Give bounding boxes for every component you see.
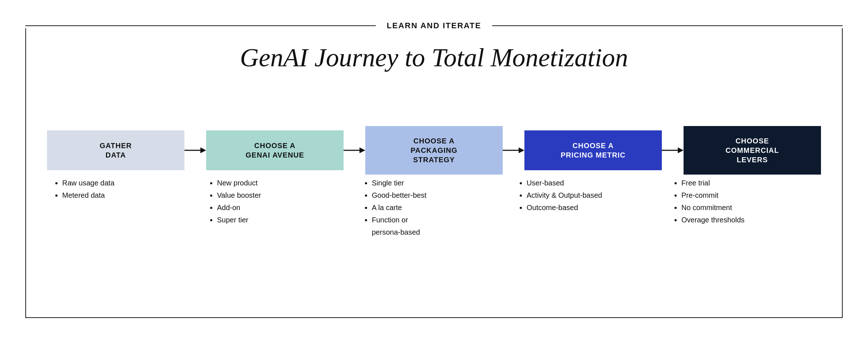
bullets-gather-data: Raw usage data Metered data — [47, 177, 202, 238]
step-packaging: CHOOSE APACKAGINGSTRATEGY — [365, 126, 503, 175]
step-box-gather-data: GATHERDATA — [47, 130, 184, 170]
step-gather-data: GATHERDATA — [47, 130, 184, 170]
step-label-gather-data: GATHERDATA — [100, 141, 132, 160]
bullet-super-tier: Super tier — [217, 214, 353, 226]
main-container: LEARN AND ITERATE GenAI Journey to Total… — [25, 21, 843, 318]
bullets-genai: New product Value booster Add-on Super t… — [202, 177, 357, 238]
steps-row: GATHERDATA CHOOSE AGENAI AVENUE CHOOSE A… — [47, 126, 821, 175]
arrow-1 — [184, 150, 206, 151]
bullet-single-tier: Single tier — [372, 177, 508, 189]
bullets-commercial: Free trial Pre-commit No commitment Over… — [666, 177, 821, 238]
bullet-function-or-persona: Function orpersona-based — [372, 214, 508, 238]
learn-iterate-row: LEARN AND ITERATE — [25, 21, 843, 30]
main-title: GenAI Journey to Total Monetization — [25, 43, 843, 73]
arrow-2 — [344, 150, 365, 151]
bullet-raw-usage: Raw usage data — [62, 177, 198, 189]
title-row: GenAI Journey to Total Monetization — [25, 43, 843, 73]
step-label-commercial: CHOOSECOMMERCIALLEVERS — [726, 136, 779, 164]
step-commercial: CHOOSECOMMERCIALLEVERS — [684, 126, 821, 175]
step-box-pricing: CHOOSE APRICING METRIC — [524, 130, 662, 170]
right-line — [492, 25, 843, 26]
bullets-row: Raw usage data Metered data New product … — [47, 177, 821, 238]
bullet-overage-thresholds: Overage thresholds — [681, 214, 817, 226]
step-label-genai: CHOOSE AGENAI AVENUE — [246, 141, 304, 160]
bullet-outcome-based: Outcome-based — [527, 201, 663, 214]
bullets-packaging: Single tier Good-better-best A la carte … — [357, 177, 511, 238]
box-bottom-border — [25, 317, 843, 318]
bullet-value-booster: Value booster — [217, 189, 353, 201]
bullet-free-trial: Free trial — [681, 177, 817, 189]
bullets-pricing: User-based Activity & Output-based Outco… — [511, 177, 666, 238]
step-box-genai: CHOOSE AGENAI AVENUE — [206, 130, 344, 170]
bullet-user-based: User-based — [527, 177, 663, 189]
step-choose-genai: CHOOSE AGENAI AVENUE — [206, 130, 344, 170]
step-label-pricing: CHOOSE APRICING METRIC — [561, 141, 626, 160]
bullet-activity-output: Activity & Output-based — [527, 189, 663, 201]
bullet-good-better-best: Good-better-best — [372, 189, 508, 201]
step-label-packaging: CHOOSE APACKAGINGSTRATEGY — [410, 136, 458, 164]
bullet-a-la-carte: A la carte — [372, 201, 508, 214]
bullet-pre-commit: Pre-commit — [681, 189, 817, 201]
step-box-commercial: CHOOSECOMMERCIALLEVERS — [684, 126, 821, 175]
step-pricing: CHOOSE APRICING METRIC — [524, 130, 662, 170]
step-box-packaging: CHOOSE APACKAGINGSTRATEGY — [365, 126, 503, 175]
bullet-add-on: Add-on — [217, 201, 353, 214]
arrow-3 — [503, 150, 524, 151]
arrow-4 — [662, 150, 684, 151]
learn-label: LEARN AND ITERATE — [376, 21, 492, 30]
bullet-metered-data: Metered data — [62, 189, 198, 201]
bullet-new-product: New product — [217, 177, 353, 189]
bullet-no-commitment: No commitment — [681, 201, 817, 214]
left-line — [25, 25, 376, 26]
